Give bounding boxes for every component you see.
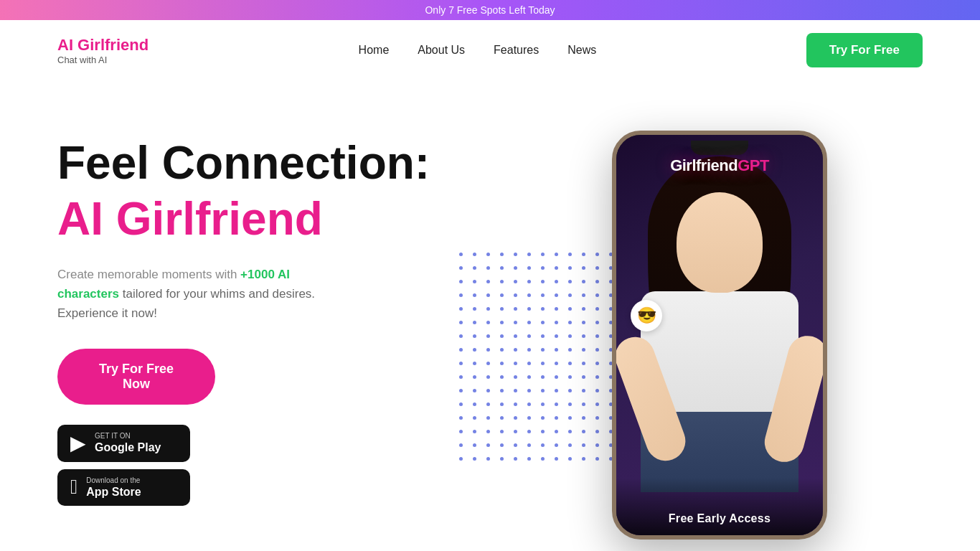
dot — [555, 362, 558, 365]
hero-left: Feel Connection: AI Girlfriend Create me… — [57, 123, 459, 506]
dot — [486, 280, 490, 283]
dot — [527, 348, 531, 352]
dot — [541, 266, 545, 270]
app-brand-label: GirlfriendGPT — [670, 156, 769, 175]
logo-tagline: Chat with AI — [57, 55, 149, 65]
dot — [541, 280, 545, 283]
dot — [459, 389, 463, 392]
dot — [459, 348, 463, 352]
dot — [486, 389, 490, 392]
dot — [568, 280, 572, 283]
hero-section: Feel Connection: AI Girlfriend Create me… — [0, 80, 980, 551]
brand-white: Girlfriend — [670, 156, 738, 174]
nav-link-home[interactable]: Home — [359, 44, 390, 56]
dot — [486, 457, 490, 461]
dot — [541, 293, 545, 297]
dot — [473, 348, 476, 352]
dot — [473, 375, 476, 379]
dot — [459, 402, 463, 406]
emoji-bubble: 😎 — [631, 300, 662, 331]
google-play-icon: ▶ — [70, 433, 86, 453]
app-store-button[interactable]:  Download on the App Store — [57, 469, 190, 506]
dot — [555, 334, 558, 338]
nav-link-features[interactable]: Features — [494, 44, 539, 56]
app-store-main: App Store — [86, 485, 141, 499]
dot — [514, 321, 517, 324]
dot — [459, 334, 463, 338]
dot — [527, 375, 531, 379]
dot — [595, 389, 599, 392]
dot — [568, 253, 572, 256]
dot — [582, 457, 585, 461]
nav-item-about[interactable]: About Us — [418, 44, 465, 57]
dot — [527, 334, 531, 338]
dot — [486, 362, 490, 365]
dot — [486, 416, 490, 420]
hero-title-line2: AI Girlfriend — [57, 194, 459, 244]
dot — [582, 348, 585, 352]
dot — [527, 307, 531, 311]
dot — [486, 375, 490, 379]
dot — [459, 293, 463, 297]
nav-item-features[interactable]: Features — [494, 44, 539, 57]
dot — [500, 375, 504, 379]
dot — [541, 375, 545, 379]
dot — [500, 402, 504, 406]
phone-screen: GirlfriendGPT 😎 Free Early Access — [616, 135, 823, 535]
dot — [555, 321, 558, 324]
dot — [473, 457, 476, 461]
phone-bottom-overlay: Free Early Access — [616, 478, 823, 535]
brand-pink: GPT — [738, 156, 769, 174]
hero-try-free-button[interactable]: Try For Free Now — [57, 349, 215, 405]
dot — [555, 443, 558, 447]
nav-link-about[interactable]: About Us — [418, 44, 465, 56]
dot — [595, 430, 599, 433]
dot — [568, 443, 572, 447]
dot — [555, 389, 558, 392]
nav-item-news[interactable]: News — [567, 44, 596, 57]
dot — [555, 457, 558, 461]
dot — [582, 293, 585, 297]
dot — [527, 293, 531, 297]
dot — [527, 402, 531, 406]
google-play-main: Google Play — [95, 441, 161, 454]
dot — [527, 253, 531, 256]
dot — [595, 443, 599, 447]
banner-text: Only 7 Free Spots Left Today — [425, 4, 555, 16]
nav-link-news[interactable]: News — [567, 44, 596, 56]
dot — [595, 457, 599, 461]
dot — [473, 334, 476, 338]
dot — [568, 321, 572, 324]
dot — [582, 402, 585, 406]
dot — [473, 389, 476, 392]
dot — [459, 266, 463, 270]
dot — [541, 321, 545, 324]
dot — [568, 348, 572, 352]
free-early-access-text: Free Early Access — [669, 512, 771, 525]
nav-try-free-button[interactable]: Try For Free — [806, 33, 923, 67]
dot — [459, 321, 463, 324]
dot — [514, 348, 517, 352]
dot — [459, 430, 463, 433]
dot — [595, 321, 599, 324]
nav-links: Home About Us Features News — [359, 44, 597, 57]
nav-item-home[interactable]: Home — [359, 44, 390, 57]
hero-description: Create memorable moments with +1000 AI c… — [57, 265, 344, 324]
dot — [514, 280, 517, 283]
emoji-icon: 😎 — [637, 306, 656, 325]
dot — [568, 293, 572, 297]
dot — [541, 253, 545, 256]
dot — [555, 430, 558, 433]
google-play-button[interactable]: ▶ GET IT ON Google Play — [57, 425, 190, 461]
hero-title-line1: Feel Connection: — [57, 138, 459, 188]
dot — [459, 307, 463, 311]
dot — [541, 389, 545, 392]
app-store-text: Download on the App Store — [86, 476, 141, 499]
dot — [595, 348, 599, 352]
dot — [568, 389, 572, 392]
dot — [527, 416, 531, 420]
dot — [595, 334, 599, 338]
dot — [486, 443, 490, 447]
dot — [514, 293, 517, 297]
dot — [595, 402, 599, 406]
